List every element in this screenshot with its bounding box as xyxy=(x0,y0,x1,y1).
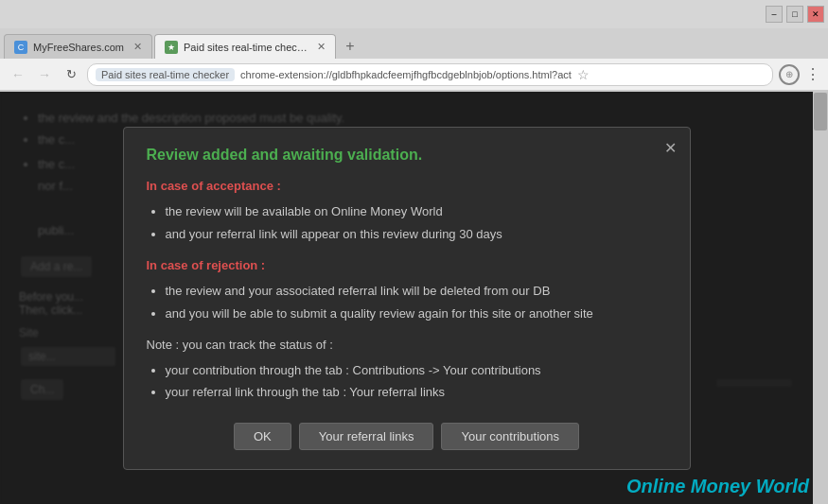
modal-overlay: Review added and awaiting validation. ✕ … xyxy=(0,92,813,504)
tab-paid-sites[interactable]: ★ Paid sites real-time chec… ✕ xyxy=(154,34,336,59)
list-item: and you will be able to submit a quality… xyxy=(166,303,667,324)
tab-close-1[interactable]: ✕ xyxy=(133,41,142,53)
browser-menu-button[interactable]: ⋮ xyxy=(805,65,820,83)
list-item: and your referral link will appear on th… xyxy=(166,223,667,245)
modal-title: Review added and awaiting validation. xyxy=(147,147,667,164)
list-item: your contribution through the tab : Cont… xyxy=(166,359,667,381)
modal-dialog: Review added and awaiting validation. ✕ … xyxy=(123,127,691,469)
acceptance-list: the review will be available on Online M… xyxy=(147,200,667,245)
track-list: your contribution through the tab : Cont… xyxy=(147,359,667,404)
list-item: the review will be available on Online M… xyxy=(166,200,667,222)
back-button[interactable]: ← xyxy=(8,64,28,85)
tab-label-2: Paid sites real-time chec… xyxy=(184,42,308,53)
refresh-button[interactable]: ↻ xyxy=(61,64,81,85)
title-bar: – □ ✕ xyxy=(0,0,828,28)
rejection-label: In case of rejection : xyxy=(147,258,667,272)
list-item: your referral link through the tab : You… xyxy=(166,381,667,403)
new-tab-button[interactable]: + xyxy=(338,34,362,59)
site-badge: Paid sites real-time checker xyxy=(96,68,235,81)
globe-icon: ⊕ xyxy=(779,64,800,85)
rejection-list: the review and your associated referral … xyxy=(147,280,667,324)
tab-bar: C MyFreeShares.com ✕ ★ Paid sites real-t… xyxy=(0,28,828,59)
tab-icon-1: C xyxy=(14,41,27,54)
browser-menu-area: ⊕ ⋮ xyxy=(779,64,820,85)
url-text: chrome-extension://gldbfhpkadcfeemjfhgfb… xyxy=(240,69,572,80)
forward-button[interactable]: → xyxy=(34,64,55,85)
list-item: the review and your associated referral … xyxy=(166,280,667,302)
modal-footer: OK Your referral links Your contribution… xyxy=(147,423,667,450)
page-area: the review and the description proposed … xyxy=(0,92,828,504)
note-text: Note : you can track the status of : xyxy=(147,338,667,352)
address-field[interactable]: Paid sites real-time checker chrome-exte… xyxy=(87,63,773,86)
contributions-button[interactable]: Your contributions xyxy=(441,423,579,450)
tab-label-1: MyFreeShares.com xyxy=(33,42,124,53)
scrollbar-thumb[interactable] xyxy=(814,93,827,130)
referral-links-button[interactable]: Your referral links xyxy=(299,423,434,450)
window-controls: – □ ✕ xyxy=(766,6,824,23)
browser-chrome: – □ ✕ C MyFreeShares.com ✕ ★ Paid sites … xyxy=(0,0,828,92)
scrollbar[interactable] xyxy=(813,92,828,504)
tab-myfreshares[interactable]: C MyFreeShares.com ✕ xyxy=(4,34,152,59)
maximize-button[interactable]: □ xyxy=(786,6,803,23)
acceptance-label: In case of acceptance : xyxy=(147,179,667,193)
minimize-button[interactable]: – xyxy=(766,6,783,23)
bookmark-icon[interactable]: ☆ xyxy=(577,67,590,82)
ok-button[interactable]: OK xyxy=(234,423,291,450)
watermark: Online Money World xyxy=(626,476,809,497)
close-button[interactable]: ✕ xyxy=(807,6,824,23)
tab-close-2[interactable]: ✕ xyxy=(317,41,326,53)
tab-icon-2: ★ xyxy=(165,41,178,54)
modal-close-button[interactable]: ✕ xyxy=(664,139,677,157)
address-bar: ← → ↻ Paid sites real-time checker chrom… xyxy=(0,59,828,91)
